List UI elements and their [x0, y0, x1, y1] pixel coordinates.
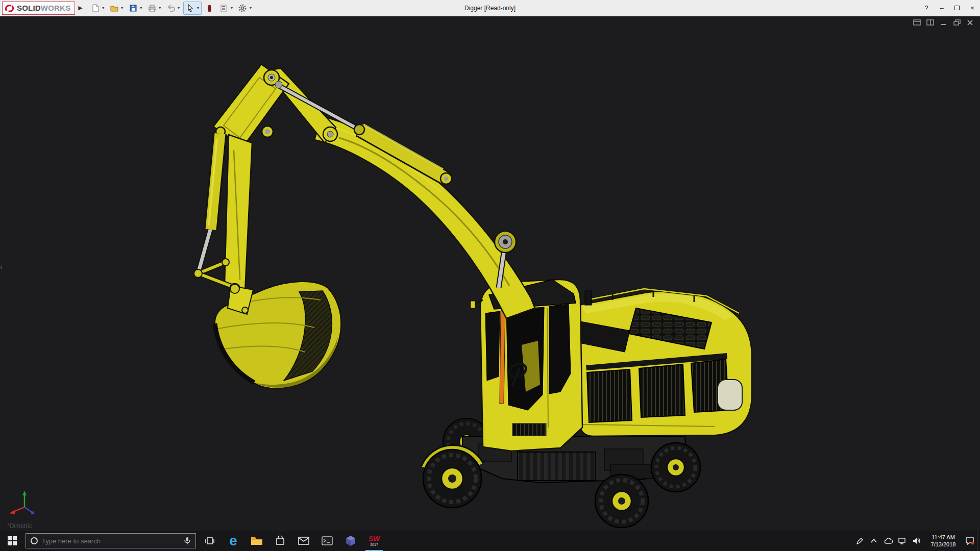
- edge-icon: e: [229, 534, 237, 548]
- window-title: Digger [Read-only]: [464, 0, 516, 16]
- onedrive-button[interactable]: [881, 531, 895, 551]
- clock-date: 7/13/2018: [931, 541, 956, 548]
- windows-taskbar: e: [0, 531, 980, 551]
- taskbar-search[interactable]: [26, 533, 196, 548]
- mail-icon: [298, 537, 309, 545]
- save-button[interactable]: ▼: [127, 2, 144, 14]
- tray-overflow-button[interactable]: [867, 531, 881, 551]
- cube-app-icon: [345, 535, 356, 546]
- new-document-button[interactable]: ▼: [89, 2, 107, 14]
- show-desktop-button[interactable]: [977, 531, 980, 551]
- maximize-button[interactable]: [949, 0, 965, 16]
- select-cursor-icon: [185, 3, 195, 13]
- orientation-triad: [4, 486, 40, 519]
- volume-button[interactable]: [910, 531, 924, 551]
- design-binder-icon: [218, 3, 229, 13]
- document-window-controls: [913, 19, 975, 27]
- store-icon: [275, 536, 285, 546]
- bucket[interactable]: [215, 282, 341, 389]
- taskbar-app-store[interactable]: [268, 531, 292, 551]
- toolbar-flyout-arrow[interactable]: ▶: [75, 5, 85, 11]
- new-document-icon: [90, 3, 101, 13]
- taskbar-app-solidworks[interactable]: SW 2017: [362, 531, 386, 551]
- print-button[interactable]: ▼: [145, 2, 163, 14]
- search-input[interactable]: [42, 537, 180, 545]
- task-view-icon: [205, 537, 215, 545]
- wheel-rear-right[interactable]: [651, 443, 700, 492]
- pen-icon: [856, 537, 864, 545]
- doc-close-icon[interactable]: [966, 19, 975, 27]
- doc-minimize-icon[interactable]: [939, 19, 948, 27]
- windows-logo-icon: [8, 536, 17, 545]
- options-button[interactable]: ▼: [236, 2, 254, 14]
- open-folder-icon: [109, 3, 119, 13]
- doc-restore-icon[interactable]: [952, 19, 962, 27]
- system-tray: 11:47 AM 7/13/2018: [852, 531, 980, 551]
- action-center-button[interactable]: [963, 531, 977, 551]
- console-window-icon: [322, 536, 333, 545]
- save-icon: [128, 3, 138, 13]
- action-center-icon: [965, 537, 974, 545]
- select-tool-button[interactable]: ▼: [183, 2, 202, 15]
- clock-time: 11:47 AM: [932, 534, 955, 541]
- cloud-icon: [884, 538, 893, 544]
- design-binder-button[interactable]: ▼: [217, 2, 235, 14]
- help-button[interactable]: ?: [919, 0, 934, 16]
- titlebar: SOLIDWORKS ▶ ▼ ▼ ▼ ▼: [0, 0, 980, 16]
- microphone-icon[interactable]: [184, 537, 191, 545]
- windows-ink-button[interactable]: [852, 531, 867, 551]
- collapse-panel-chevron[interactable]: ‹: [0, 263, 3, 270]
- start-button[interactable]: [0, 531, 24, 551]
- excavator-model[interactable]: [194, 64, 752, 528]
- solidworks-taskbar-icon: SW 2017: [369, 535, 380, 546]
- appearance-button[interactable]: [203, 2, 216, 14]
- taskbar-app-file-explorer[interactable]: [245, 531, 268, 551]
- maximize-icon: [954, 6, 960, 10]
- boom[interactable]: [314, 116, 535, 318]
- open-button[interactable]: ▼: [108, 2, 126, 14]
- ds-logo-icon: [5, 4, 15, 13]
- view-orientation-label: *Dimetric: [7, 522, 32, 530]
- taskbar-app-edge[interactable]: e: [222, 531, 245, 551]
- network-icon: [898, 537, 907, 544]
- taskbar-app-console[interactable]: [315, 531, 339, 551]
- cortana-icon: [31, 537, 38, 544]
- print-icon: [147, 3, 157, 13]
- taskbar-app-composer[interactable]: [339, 531, 362, 551]
- close-button[interactable]: ×: [965, 0, 980, 16]
- engine-housing[interactable]: [579, 289, 752, 436]
- appearance-icon: [204, 3, 214, 13]
- taskbar-clock[interactable]: 11:47 AM 7/13/2018: [924, 531, 963, 551]
- model-canvas[interactable]: [0, 16, 980, 531]
- pane-icon[interactable]: [913, 19, 922, 27]
- window-controls: ? – ×: [919, 0, 980, 16]
- main-toolbar: ▼ ▼ ▼ ▼ ▼: [89, 2, 254, 15]
- split-pane-icon[interactable]: [926, 19, 935, 27]
- wheel-front-left[interactable]: [423, 447, 481, 508]
- stick-arm[interactable]: [225, 135, 252, 294]
- taskbar-app-mail[interactable]: [292, 531, 315, 551]
- boom-cylinder[interactable]: [275, 81, 452, 184]
- minimize-button[interactable]: –: [934, 0, 949, 16]
- speaker-icon: [913, 537, 921, 544]
- task-view-button[interactable]: [198, 531, 222, 551]
- graphics-viewport[interactable]: *Dimetric ‹: [0, 16, 980, 531]
- screen: SOLIDWORKS ▶ ▼ ▼ ▼ ▼: [0, 0, 980, 551]
- undo-icon: [166, 3, 176, 13]
- chevron-up-icon: [870, 538, 877, 543]
- file-explorer-icon: [251, 536, 263, 546]
- brand-solid: SOLID: [17, 4, 41, 12]
- solidworks-logo: SOLIDWORKS: [2, 2, 75, 15]
- brand-works: WORKS: [41, 4, 71, 12]
- undo-button[interactable]: ▼: [164, 2, 182, 14]
- gear-icon: [237, 3, 248, 13]
- network-button[interactable]: [895, 531, 910, 551]
- wheel-front-right[interactable]: [595, 474, 648, 528]
